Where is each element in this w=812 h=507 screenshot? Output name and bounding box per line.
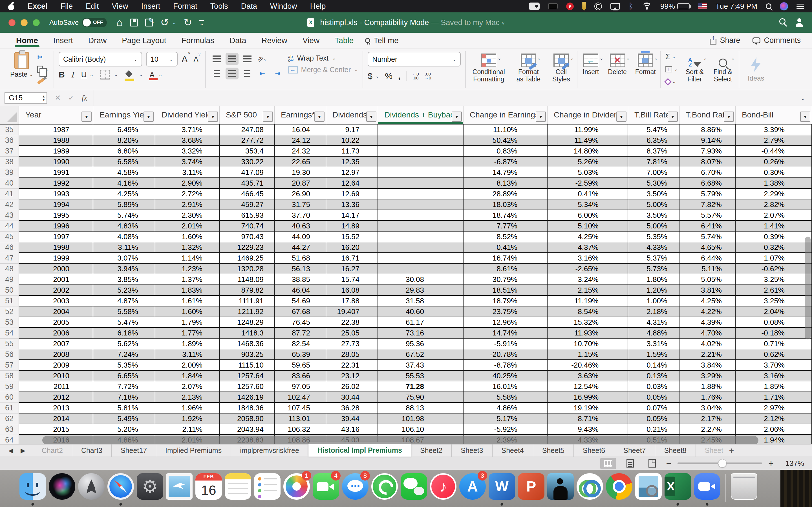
cell[interactable]: 3.25% xyxy=(735,274,812,285)
cell[interactable]: 6.00% xyxy=(548,210,628,221)
cell[interactable]: 5.35% xyxy=(93,360,155,371)
cell[interactable]: 107.45 xyxy=(274,403,326,413)
cell[interactable]: 19.407 xyxy=(326,306,378,317)
select-all-corner[interactable] xyxy=(0,106,19,124)
cell[interactable]: 16.04 xyxy=(274,124,326,135)
cell[interactable]: 5.37% xyxy=(628,253,679,264)
cell[interactable]: 38.85 xyxy=(274,274,326,285)
airplay-display-icon[interactable] xyxy=(610,3,620,10)
tab-review[interactable]: Review xyxy=(254,33,295,48)
cell[interactable]: 95.36 xyxy=(378,339,463,349)
cell[interactable]: 24.32 xyxy=(274,146,326,157)
cell[interactable]: 4.88% xyxy=(628,328,679,339)
cell[interactable]: 3.04% xyxy=(679,403,735,413)
filter-button[interactable]: ▼ xyxy=(724,112,734,122)
row-number[interactable]: 61 xyxy=(0,403,19,413)
dock-icon-reminders[interactable] xyxy=(253,470,282,506)
cell[interactable]: 16.27 xyxy=(326,264,378,274)
cell[interactable]: 3.07% xyxy=(93,253,155,264)
prev-sheet-arrow[interactable]: ◀ xyxy=(8,447,13,454)
cell[interactable]: 51.68 xyxy=(274,253,326,264)
dock-icon-messages[interactable]: 8 xyxy=(341,470,370,506)
dock-icon-powerpoint[interactable] xyxy=(516,470,546,506)
cell[interactable]: 9.43% xyxy=(548,424,628,435)
row-number[interactable]: 37 xyxy=(0,146,19,157)
cell[interactable]: 39.44 xyxy=(326,413,378,424)
e-app-status-icon[interactable]: e xyxy=(566,3,574,10)
cell[interactable] xyxy=(378,221,463,231)
cell[interactable]: 1990 xyxy=(19,157,93,167)
cell[interactable]: 9.17 xyxy=(326,124,378,135)
cell[interactable]: 40.60 xyxy=(378,306,463,317)
sheet-tab-implpremvsriskfree[interactable]: implpremvsriskfree xyxy=(231,445,308,457)
cell[interactable]: 55.53 xyxy=(378,371,463,381)
undo-menu-chevron[interactable]: ⌄ xyxy=(172,20,176,25)
cell[interactable]: 1992 xyxy=(19,178,93,189)
cell[interactable]: 4.58% xyxy=(93,167,155,178)
cell[interactable]: 10.22 xyxy=(326,135,378,146)
tab-insert[interactable]: Insert xyxy=(46,33,81,48)
cut-icon[interactable]: ✂ xyxy=(37,53,49,61)
cell[interactable]: 5.17% xyxy=(463,413,548,424)
cell[interactable]: 7.82% xyxy=(679,200,735,210)
cell[interactable]: 1418.3 xyxy=(220,328,274,339)
align-top-button[interactable] xyxy=(210,53,223,65)
cell[interactable]: 3.50% xyxy=(628,189,679,200)
sheet-tab-sheet6[interactable]: Sheet6 xyxy=(574,445,614,457)
cell[interactable]: 16.01% xyxy=(463,381,548,392)
cell[interactable]: 2.61% xyxy=(735,285,812,296)
sheet-tab-sheet8[interactable]: Sheet8 xyxy=(655,445,696,457)
cell[interactable]: 5.47% xyxy=(628,124,679,135)
cell[interactable]: 18.79% xyxy=(463,296,548,306)
cell[interactable]: 13.36 xyxy=(326,200,378,210)
align-left-button[interactable] xyxy=(210,68,223,79)
copy-icon[interactable]: ⌄ xyxy=(37,65,49,73)
cell[interactable]: 6.80% xyxy=(93,146,155,157)
cell[interactable]: 106.32 xyxy=(274,424,326,435)
cell[interactable]: 40.63 xyxy=(274,221,326,231)
sheet-tab-historical-impl-premiums[interactable]: Historical Impl Premiums xyxy=(308,442,411,457)
cell[interactable]: 2.15% xyxy=(548,285,628,296)
cell[interactable]: 20.87 xyxy=(274,178,326,189)
cell[interactable]: 4.86% xyxy=(463,403,548,413)
filter-button[interactable]: ▼ xyxy=(208,112,218,122)
cell[interactable]: 15.52 xyxy=(326,231,378,242)
cell[interactable]: 1.71% xyxy=(735,392,812,403)
cell[interactable]: 11.10% xyxy=(463,124,548,135)
cell[interactable]: 0.26% xyxy=(735,157,812,167)
cell[interactable]: 11.73 xyxy=(326,146,378,157)
creative-cloud-icon[interactable] xyxy=(594,3,602,10)
cell[interactable]: 54.69 xyxy=(274,296,326,306)
cell[interactable]: 71.28 xyxy=(378,381,463,392)
menu-item-help[interactable]: Help xyxy=(310,2,326,11)
decrease-decimal-icon[interactable]: .00→0 xyxy=(424,72,431,80)
cell[interactable]: 6.44% xyxy=(679,253,735,264)
cell[interactable]: 1.83% xyxy=(155,285,220,296)
cell[interactable]: 2011 xyxy=(19,381,93,392)
row-number[interactable]: 35 xyxy=(0,124,19,135)
dock-icon-facetime[interactable]: 4 xyxy=(311,470,341,506)
cell[interactable]: 4.87% xyxy=(93,296,155,306)
dock-icon-mail[interactable] xyxy=(165,470,194,506)
row-number[interactable]: 52 xyxy=(0,306,19,317)
vertical-scrollbar[interactable] xyxy=(805,237,811,339)
cell[interactable]: 2001 xyxy=(19,274,93,285)
cell[interactable]: 1211.92 xyxy=(220,306,274,317)
column-header-change-in-earnings[interactable]: Change in Earnings▼ xyxy=(463,106,548,124)
cell[interactable]: 8.07% xyxy=(679,157,735,167)
column-header-s-p-500[interactable]: S&P 500▼ xyxy=(220,106,274,124)
page-layout-view-button[interactable] xyxy=(622,458,638,469)
cell[interactable]: 3.74% xyxy=(155,157,220,167)
zoom-window-button[interactable] xyxy=(33,19,40,26)
cell[interactable]: 1115.10 xyxy=(220,360,274,371)
cell[interactable]: 4.22% xyxy=(679,306,735,317)
cell[interactable]: 6.41% xyxy=(679,221,735,231)
row-number[interactable]: 47 xyxy=(0,253,19,264)
cell[interactable]: 14.17 xyxy=(326,210,378,221)
cell[interactable]: 1.15% xyxy=(548,349,628,360)
cell[interactable]: 30.08 xyxy=(378,274,463,285)
cell[interactable] xyxy=(378,253,463,264)
formula-input[interactable] xyxy=(94,90,801,106)
save-as-icon[interactable] xyxy=(145,18,153,26)
filter-button[interactable]: ▼ xyxy=(616,112,626,122)
